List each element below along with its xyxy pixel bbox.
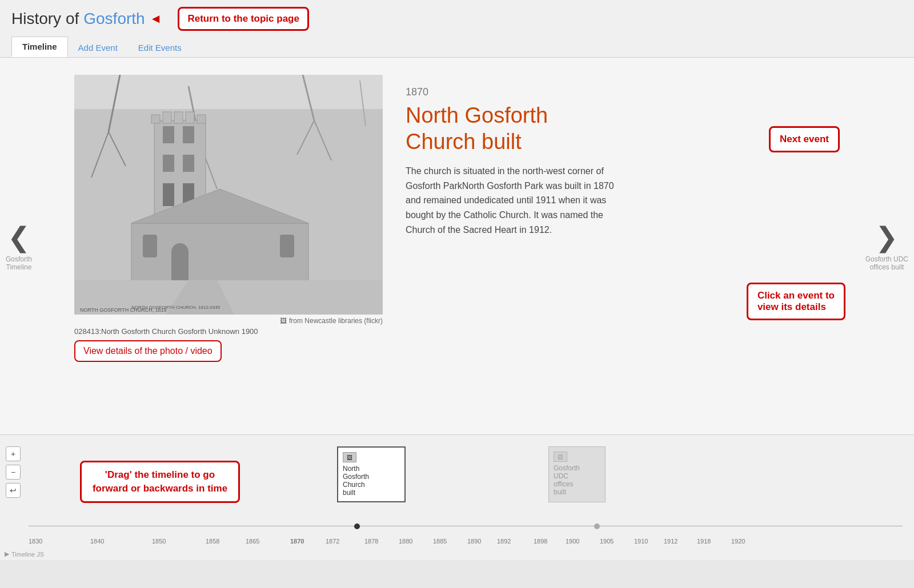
event-photo[interactable]: NORTH GOSFORTH CHURCH, 1819 NORTH GOSFOR…: [74, 75, 383, 315]
svg-point-26: [171, 243, 189, 260]
svg-rect-28: [143, 235, 157, 257]
timeline-js-icon: ▶: [5, 550, 9, 558]
card-image-icon: 🖼: [343, 452, 400, 462]
next-event-annotation: Next event: [769, 126, 840, 152]
timeline-js-label: Timeline JS: [11, 551, 44, 558]
zoom-in-button[interactable]: +: [6, 446, 21, 461]
event-info: 1870 North GosforthChurch built The chur…: [406, 75, 880, 237]
zoom-out-button[interactable]: −: [6, 465, 21, 480]
photo-credit: 🖼 from Newcastle libraries (flickr): [280, 317, 383, 325]
svg-rect-23: [197, 115, 206, 123]
prev-nav-arrow[interactable]: ❮ GosforthTimeline: [6, 221, 32, 271]
next-arrow-label: Gosforth UDCoffices built: [865, 255, 908, 271]
page-title-row: History of Gosforth ◄ Return to the topi…: [11, 7, 903, 31]
timeline-js-badge: ▶ Timeline JS: [5, 550, 44, 558]
next-nav-arrow[interactable]: ❯ Gosforth UDCoffices built: [865, 221, 908, 271]
svg-rect-15: [163, 155, 174, 172]
svg-rect-14: [183, 126, 194, 143]
topic-name: Gosforth: [83, 10, 145, 27]
timeline-controls: + − ↩: [6, 446, 21, 498]
zoom-in-icon: +: [11, 449, 15, 458]
tab-timeline[interactable]: Timeline: [11, 37, 68, 57]
topic-link[interactable]: Gosforth: [83, 10, 145, 28]
tab-add-event[interactable]: Add Event: [68, 38, 128, 57]
card-label-2: GosforthUDCofficesbuilt: [554, 464, 600, 496]
prev-arrow-label: GosforthTimeline: [6, 255, 32, 271]
card-label: NorthGosforthChurchbuilt: [343, 465, 400, 497]
event-year: 1870: [406, 86, 880, 98]
svg-rect-21: [174, 112, 183, 123]
view-details-button[interactable]: View details of the photo / video: [74, 340, 222, 362]
svg-rect-17: [163, 183, 174, 206]
next-arrow-icon: ❯: [875, 221, 898, 253]
photo-section: NORTH GOSFORTH CHURCH, 1819 NORTH GOSFOR…: [74, 75, 383, 362]
svg-text:NORTH GOSFORTH CHURCH, 1812-03: NORTH GOSFORTH CHURCH, 1812-0345: [131, 305, 221, 310]
svg-rect-29: [280, 235, 294, 257]
svg-rect-19: [151, 115, 160, 123]
tab-edit-events[interactable]: Edit Events: [128, 38, 192, 57]
zoom-out-icon: −: [11, 468, 15, 477]
drag-annotation: 'Drag' the timeline to go forward or bac…: [80, 461, 240, 503]
page-header: History of Gosforth ◄ Return to the topi…: [0, 0, 914, 58]
camera-icon: 🖼: [280, 317, 287, 325]
reset-button[interactable]: ↩: [6, 483, 21, 498]
reset-icon: ↩: [10, 486, 17, 495]
main-content: ❮ GosforthTimeline: [0, 58, 914, 434]
timeline-card-north-gosforth[interactable]: 🖼 NorthGosforthChurchbuilt: [337, 446, 406, 502]
prev-arrow-icon: ❮: [7, 221, 30, 253]
svg-rect-20: [163, 112, 171, 123]
timeline-card-gosforth-udc[interactable]: 🖼 GosforthUDCofficesbuilt: [548, 446, 606, 502]
event-description: The church is situated in the north-west…: [406, 164, 623, 237]
svg-rect-16: [183, 155, 194, 172]
svg-rect-13: [163, 126, 174, 143]
timeline-section: + − ↩ 'Drag' the timeline to go forward …: [0, 434, 914, 560]
card-image-icon-2: 🖼: [554, 452, 600, 462]
nav-tabs: Timeline Add Event Edit Events: [11, 37, 903, 57]
return-arrow-icon: ◄: [150, 11, 162, 26]
photo-caption: 028413:North Gosforth Church Gosforth Un…: [74, 327, 258, 336]
click-event-annotation: Click an event toview its details: [747, 283, 845, 320]
return-annotation-box: Return to the topic page: [178, 7, 309, 31]
timeline-area[interactable]: + − ↩ 'Drag' the timeline to go forward …: [0, 434, 914, 560]
svg-rect-22: [186, 112, 194, 123]
title-prefix: History of: [11, 10, 79, 28]
